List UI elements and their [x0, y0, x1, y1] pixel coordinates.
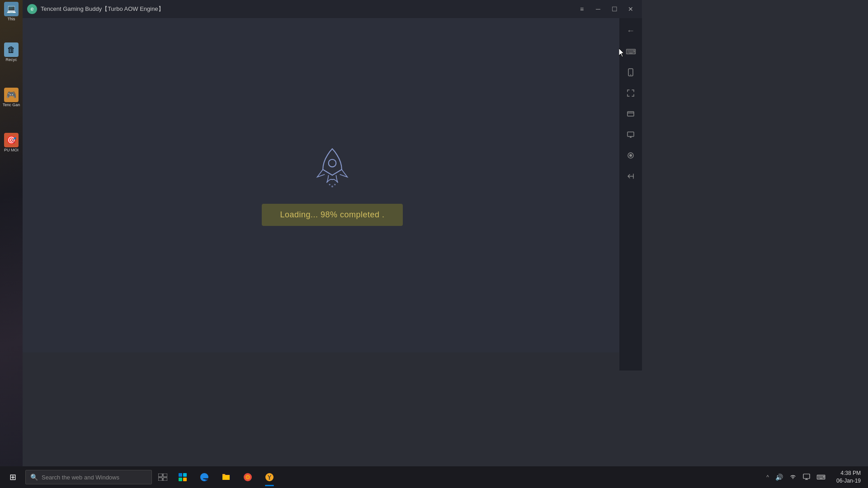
keyboard-button[interactable]: ⌨ [623, 43, 639, 60]
taskbar-pinned-icons [172, 466, 280, 488]
svg-rect-18 [179, 473, 182, 477]
taskbar-store-icon[interactable] [172, 466, 193, 488]
svg-point-1 [329, 183, 330, 185]
desktop-icon-recyclebin-img: 🗑 [4, 42, 19, 57]
right-sidebar: ← ⌨ [619, 18, 642, 371]
desktop-icon-pubg-img: 🎯 [4, 133, 19, 147]
app-logo: e [27, 4, 37, 14]
system-tray: ^ 🔊 ⌨ [761, 466, 831, 488]
record-button[interactable] [623, 147, 639, 164]
taskbar-browser1-icon[interactable] [237, 466, 259, 488]
desktop-icon-recyclebin[interactable]: 🗑 Recyc [0, 41, 23, 64]
tray-expand-icon[interactable]: ^ [764, 472, 771, 482]
clock-time: 4:38 PM [840, 469, 861, 477]
svg-point-5 [630, 75, 631, 75]
search-placeholder: Search the web and Windows [42, 474, 119, 481]
taskbar-explorer-icon[interactable] [215, 466, 237, 488]
desktop-icon-tencent-label: Tenc Gan [3, 103, 20, 108]
minimize-button[interactable]: ─ [591, 4, 605, 14]
svg-rect-16 [158, 478, 162, 481]
svg-rect-17 [163, 478, 167, 481]
tray-network-icon[interactable] [788, 471, 798, 483]
search-icon: 🔍 [30, 474, 38, 481]
svg-rect-20 [179, 478, 182, 481]
rocket-icon [310, 145, 355, 190]
close-button[interactable]: ✕ [624, 4, 637, 14]
desktop-icon-recyclebin-label: Recyc [5, 58, 17, 62]
svg-rect-19 [183, 473, 187, 477]
loading-box: Loading... 98% completed . [262, 204, 402, 226]
start-button[interactable]: ⊞ [2, 466, 24, 488]
svg-point-24 [247, 476, 249, 479]
tray-display-icon[interactable] [801, 471, 812, 483]
svg-rect-15 [163, 474, 167, 477]
svg-rect-27 [803, 474, 810, 479]
svg-point-3 [334, 183, 335, 185]
desktop-background [0, 0, 23, 488]
desktop-icon-thispc-label: This [7, 17, 15, 22]
desktop-icon-thispc-img: 💻 [4, 2, 19, 16]
back-button[interactable]: ← [622, 23, 640, 39]
task-view-button[interactable] [154, 466, 172, 488]
svg-rect-21 [183, 478, 187, 481]
window-button[interactable] [623, 106, 639, 122]
svg-rect-14 [158, 474, 162, 477]
screen-button[interactable] [623, 127, 639, 143]
svg-point-2 [331, 185, 333, 187]
svg-rect-8 [627, 132, 634, 136]
svg-rect-6 [627, 112, 634, 116]
desktop-icon-tencent-img: 🎮 [4, 88, 19, 102]
desktop-icon-pubg[interactable]: 🎯 PU MOI [0, 131, 23, 155]
maximize-button[interactable]: ☐ [608, 4, 621, 14]
desktop-icon-tencent[interactable]: 🎮 Tenc Gan [0, 86, 23, 109]
desktop-icon-pubg-label: PU MOI [4, 148, 19, 153]
tray-volume-icon[interactable]: 🔊 [774, 472, 785, 483]
taskbar: ⊞ 🔍 Search the web and Windows [0, 466, 868, 488]
title-bar: e Tencent Gaming Buddy【Turbo AOW Engine】… [23, 0, 642, 18]
app-content: Loading... 98% completed . ← ⌨ [23, 18, 642, 352]
settings-button[interactable]: ≡ [575, 4, 589, 14]
taskbar-tencent-icon[interactable] [259, 466, 280, 488]
loading-text: Loading... 98% completed . [280, 210, 384, 219]
loading-container: Loading... 98% completed . [262, 145, 402, 226]
svg-point-12 [629, 154, 632, 157]
svg-point-0 [329, 159, 336, 167]
desktop-icon-thispc[interactable]: 💻 This [0, 0, 23, 23]
app-window: e Tencent Gaming Buddy【Turbo AOW Engine】… [23, 0, 642, 352]
phone-button[interactable] [623, 64, 639, 80]
title-bar-controls: ≡ ─ ☐ ✕ [575, 4, 637, 14]
svg-point-26 [269, 479, 270, 480]
taskbar-clock[interactable]: 4:38 PM 06-Jan-19 [831, 466, 866, 488]
window-title: Tencent Gaming Buddy【Turbo AOW Engine】 [41, 5, 575, 13]
expand-button[interactable] [623, 85, 639, 101]
taskbar-search[interactable]: 🔍 Search the web and Windows [25, 470, 152, 484]
tray-keyboard-icon[interactable]: ⌨ [815, 472, 827, 483]
exit-fullscreen-button[interactable] [623, 168, 639, 184]
taskbar-edge-icon[interactable] [193, 466, 215, 488]
clock-date: 06-Jan-19 [836, 477, 861, 485]
